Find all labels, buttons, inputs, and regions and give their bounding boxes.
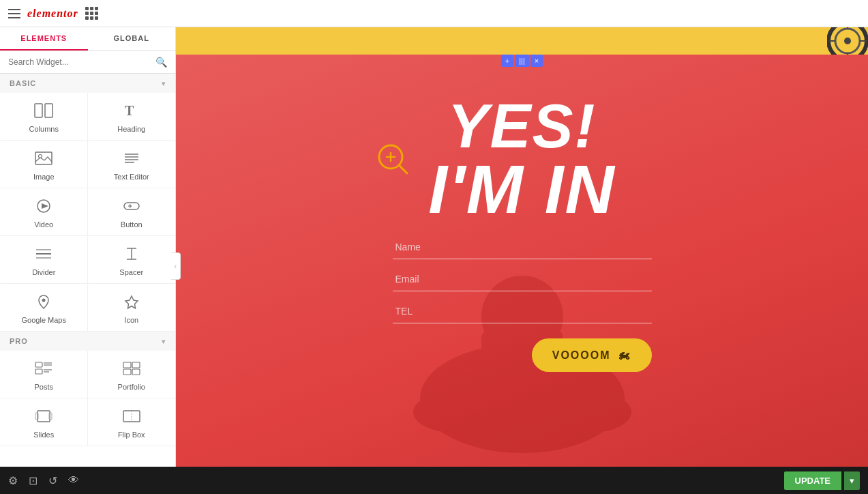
responsive-icon[interactable]: ⊡ bbox=[29, 474, 38, 487]
widget-text-editor[interactable]: Text Editor bbox=[88, 141, 176, 188]
section-add-button[interactable]: + bbox=[501, 55, 513, 67]
divider-icon bbox=[34, 246, 53, 264]
widget-video-label: Video bbox=[34, 220, 53, 229]
button-icon bbox=[122, 199, 141, 216]
svg-text:T: T bbox=[125, 103, 134, 118]
apps-grid-icon[interactable] bbox=[85, 7, 98, 20]
chevron-down-icon: ▾ bbox=[162, 338, 166, 345]
widget-button[interactable]: Button bbox=[88, 188, 176, 236]
widget-spacer-label: Spacer bbox=[119, 268, 143, 276]
section-basic-label: BASIC bbox=[10, 79, 36, 87]
svg-rect-28 bbox=[132, 362, 140, 368]
zoom-cursor-icon bbox=[377, 143, 410, 179]
widgets-grid-basic: Columns T Heading Image bbox=[0, 93, 175, 332]
widget-text-editor-label: Text Editor bbox=[114, 173, 149, 181]
posts-icon bbox=[34, 361, 53, 379]
hamburger-menu-icon[interactable] bbox=[8, 9, 20, 18]
bottom-toolbar: ⚙ ⊡ ↺ 👁 UPDATE ▾ bbox=[0, 467, 868, 494]
section-header-basic[interactable]: BASIC ▾ bbox=[0, 74, 175, 93]
search-input[interactable] bbox=[8, 57, 155, 67]
hero-yes-text: YES! bbox=[428, 96, 616, 157]
svg-point-45 bbox=[413, 392, 495, 433]
widget-heading[interactable]: T Heading bbox=[88, 93, 176, 141]
widget-columns-label: Columns bbox=[29, 125, 59, 133]
tel-input[interactable] bbox=[395, 306, 649, 317]
heading-icon: T bbox=[122, 103, 141, 121]
search-icon[interactable]: 🔍 bbox=[155, 57, 167, 68]
image-icon bbox=[34, 151, 53, 169]
section-header-pro[interactable]: PRO ▾ bbox=[0, 332, 175, 351]
svg-rect-27 bbox=[123, 362, 131, 368]
top-bar: elementor bbox=[0, 0, 868, 27]
widget-icon[interactable]: Icon bbox=[88, 284, 176, 332]
section-edit-button[interactable]: ||| bbox=[515, 55, 529, 67]
widget-heading-label: Heading bbox=[117, 125, 145, 133]
main-layout: ELEMENTS GLOBAL 🔍 BASIC ▾ Columns bbox=[0, 27, 868, 467]
widget-columns[interactable]: Columns bbox=[0, 93, 88, 141]
widget-posts-label: Posts bbox=[34, 383, 53, 391]
search-bar: 🔍 bbox=[0, 51, 175, 74]
icon-widget-icon bbox=[122, 294, 141, 312]
widget-slides[interactable]: Slides bbox=[0, 398, 88, 446]
hero-text: YES! I'M IN bbox=[428, 96, 616, 222]
vroom-emoji-icon: 🏍 bbox=[618, 348, 631, 362]
canvas-area: + ||| × bbox=[176, 27, 868, 467]
widget-flip-box[interactable]: Flip Box bbox=[88, 398, 176, 446]
svg-marker-10 bbox=[42, 203, 48, 209]
google-maps-icon bbox=[34, 294, 53, 312]
widget-icon-label: Icon bbox=[124, 316, 138, 324]
svg-rect-1 bbox=[45, 104, 53, 117]
svg-rect-30 bbox=[132, 369, 140, 375]
form-field-tel bbox=[393, 300, 652, 323]
text-editor-icon bbox=[122, 151, 141, 169]
chevron-up-icon: ▾ bbox=[162, 80, 166, 87]
portfolio-icon bbox=[122, 361, 141, 379]
update-button[interactable]: UPDATE bbox=[784, 471, 841, 490]
widget-portfolio-label: Portfolio bbox=[118, 383, 145, 391]
widget-flip-box-label: Flip Box bbox=[118, 431, 145, 439]
preview-icon[interactable]: 👁 bbox=[68, 474, 79, 486]
slides-icon bbox=[34, 409, 53, 426]
svg-line-49 bbox=[399, 165, 407, 173]
svg-marker-20 bbox=[125, 296, 138, 308]
svg-rect-24 bbox=[35, 369, 42, 374]
widget-google-maps[interactable]: Google Maps bbox=[0, 284, 88, 332]
section-delete-button[interactable]: × bbox=[530, 55, 543, 67]
form-field-name bbox=[393, 235, 652, 259]
widget-divider-label: Divider bbox=[32, 268, 55, 276]
widget-slides-label: Slides bbox=[33, 431, 54, 439]
widget-posts[interactable]: Posts bbox=[0, 351, 88, 398]
svg-point-19 bbox=[42, 299, 46, 302]
email-input[interactable] bbox=[395, 274, 649, 285]
name-input[interactable] bbox=[395, 242, 649, 252]
svg-rect-31 bbox=[38, 411, 50, 422]
sidebar-content: BASIC ▾ Columns T Heading bbox=[0, 74, 175, 467]
vroom-button-label: VOOOOM bbox=[552, 349, 611, 362]
widget-video[interactable]: Video bbox=[0, 188, 88, 236]
widget-image-label: Image bbox=[33, 173, 55, 181]
svg-rect-0 bbox=[35, 104, 42, 117]
flip-box-icon bbox=[122, 409, 141, 426]
widget-portfolio[interactable]: Portfolio bbox=[88, 351, 176, 398]
svg-point-46 bbox=[550, 392, 631, 433]
history-icon[interactable]: ↺ bbox=[48, 474, 57, 487]
tab-global[interactable]: GLOBAL bbox=[88, 27, 176, 50]
widget-divider[interactable]: Divider bbox=[0, 236, 88, 284]
svg-point-38 bbox=[844, 38, 851, 44]
update-dropdown-button[interactable]: ▾ bbox=[844, 471, 860, 490]
landing-content: YES! I'M IN VOOOOM 🏍 bbox=[176, 55, 868, 467]
elementor-logo: elementor bbox=[27, 8, 78, 20]
svg-rect-21 bbox=[35, 362, 42, 367]
settings-icon[interactable]: ⚙ bbox=[8, 474, 18, 487]
tab-elements[interactable]: ELEMENTS bbox=[0, 27, 88, 50]
section-controls: + ||| × bbox=[501, 55, 543, 67]
widget-image[interactable]: Image bbox=[0, 141, 88, 188]
tire-image bbox=[827, 27, 868, 55]
widget-google-maps-label: Google Maps bbox=[22, 316, 66, 324]
widgets-grid-pro: Posts Portfolio Slides bbox=[0, 351, 175, 446]
widget-spacer[interactable]: Spacer bbox=[88, 236, 176, 284]
sidebar-collapse-handle[interactable]: ‹ bbox=[171, 252, 181, 280]
signup-form: VOOOOM 🏍 bbox=[393, 235, 652, 372]
widget-button-label: Button bbox=[121, 220, 143, 229]
vroom-submit-button[interactable]: VOOOOM 🏍 bbox=[532, 338, 652, 372]
